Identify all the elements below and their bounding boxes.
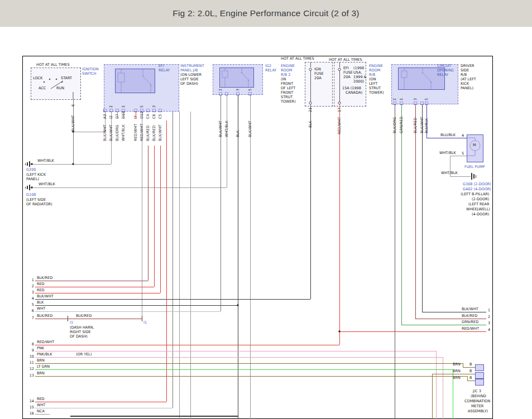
switch-position-start: START [61,76,72,80]
wire-number: 4 [488,328,490,332]
rb2-location: OF LEFT [281,86,295,90]
wire-number: 14 [27,399,34,403]
connector-location: OF DASH) [70,335,88,339]
connector-location: RIGHT SIDE [70,330,91,334]
wire-color-note: (OR YEL) [76,353,92,357]
relay-pin: 1 [400,98,404,100]
wire-color-label: BLK/WHT [420,117,424,133]
rb-location: TOWER) [369,91,384,95]
cor-relay-name: RELAY [437,73,448,77]
wiring-layer [23,56,493,419]
jc-connector-box [475,364,484,371]
wire-number: 16 [27,412,34,416]
wire-color-label: BRN [453,369,461,373]
wire-color-label: BLK/RED [146,126,150,141]
hot-label: HOT AT ALL TIMES [329,58,362,62]
efi-fuse-note: 2000) [353,80,364,84]
wiring-diagram: HOT AT ALL TIMES HOT AT ALL TIMES HOT AT… [22,56,493,419]
wire-number: 15 [27,406,34,410]
ground-location: PANEL) [26,177,39,181]
wire-number: 9 [27,349,34,353]
ground-location: (LEFT KICK [26,173,46,177]
wire-color-label: BLK/WHT [248,121,252,137]
rb2-location: FRONT [281,82,293,86]
switch-position-run: RUN [56,86,64,90]
driver-rb-location: PANEL) [461,86,473,90]
wire-color-label: RED/WHT [462,327,479,331]
ground-location: (LEFT REAR [468,203,490,206]
fuel-pump-name: FUEL PUMP [464,165,485,169]
ground-id: G200 [26,168,36,172]
relay-pin: 2 [219,89,223,91]
wire-color-label: WHT/BLK [439,151,456,155]
jb-location: LEFT SIDE [180,78,199,81]
wire-number: 13 [27,374,34,378]
figure-title: Fig 2: 2.0L, Engine Performance Circuit … [172,8,359,18]
terminal-label: 4 [462,134,464,138]
efi-fuse-note: (1998 [353,66,364,70]
wire-color-label: BLK/WHT [71,115,75,132]
terminal-label: C4 [146,114,150,119]
cor-relay-name: OPENING [437,69,454,73]
wire-color-label: PNK/BLK [37,353,52,357]
rb2-location: ENGINE [281,64,295,68]
terminal-label: I7 [134,115,138,119]
wire-color-label: RED/WHT [338,117,342,134]
jb-location: (ON LOWER [180,73,202,77]
efi-fuse-note: 15A (1998 [342,86,361,90]
jc-connector-box [475,379,484,386]
ground-location: (2-DOOR) [472,198,489,201]
ground-location: (LEFT B-PILLAR) [461,192,489,196]
wire-color-label: BRN [453,376,461,380]
wire-color-label: RED/WHT [140,124,144,141]
wire-color-label: WHT [37,403,45,407]
ign-fuse-label: 20A [314,76,322,80]
wire-color-label: BLK/ORG [116,125,119,141]
wire-number: 12 [27,367,34,371]
wire-color-label: BLK/WHT [109,124,113,141]
rb-location: ENGINE [369,64,383,68]
relay-pin: 5 [140,105,144,108]
rb-location: LEFT [369,82,377,86]
wire-color-label: PNK [37,346,44,350]
rb2-location: R/B 2 [281,73,290,77]
ground-location: (LEFT SIDE [26,198,46,202]
jb-location: PANEL J/B [180,69,198,73]
wire-number: 7 [27,316,34,320]
rb-location: ROOM [369,69,380,73]
cor-relay-name: CIRCUIT [437,64,452,68]
wire-number: 5 [27,303,34,307]
connector-id: I1 [70,321,73,325]
wire-color-label: RED [37,397,45,401]
jb-location: INSTRUMENT [180,64,204,68]
connector-location: (DASH HARN, [70,326,94,330]
wire-color-label: BRN [37,359,45,363]
driver-rb-location: SIDE [461,69,469,73]
wire-color-label: BLK/WHT [103,124,107,141]
terminal-label: 5 [462,152,464,156]
efi-fuse-label: 20A [343,75,351,79]
wire-color-label: BLK/ORG [393,117,397,133]
motor-symbol: M [473,143,476,147]
efi-fuse-note: USA, [353,71,362,75]
ground-id: G108 [26,193,36,197]
efi-relay-name: EFI [159,64,164,68]
wire-color-label: BLK [236,131,240,137]
ignition-switch-box [31,68,81,100]
ign-fuse-label: FUSE [314,72,324,76]
wire-color-label: BRN [37,372,45,375]
relay-pin: 2 [393,98,397,100]
wire-number: 1 [488,309,490,312]
jc-location: COMBINATION [464,399,490,403]
wire-color-label: BLK/WHT [219,121,223,137]
rb2-location: FRONT [281,91,293,95]
wire-color-label: BLK/RED [152,126,156,141]
relay-pin: 5 [425,98,429,100]
wire-color-label: BLK/RED [76,314,92,318]
efi-fuse-label: EFI [343,66,349,70]
ground-location: (4-DOOR) [472,213,489,216]
wire-color-label: BLK/WHT [159,124,162,141]
wire-number: 10 [27,355,34,359]
wire-number: 2 [488,315,490,319]
jc-connector-box [475,372,484,379]
